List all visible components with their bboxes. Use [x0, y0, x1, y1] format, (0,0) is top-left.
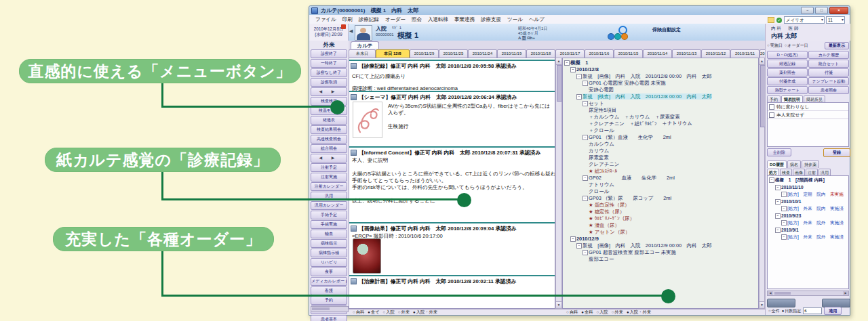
maximize-button[interactable]: □ [815, 7, 828, 14]
history-tree-item[interactable]: [処方] 外来 院外 実施済 [768, 234, 848, 241]
alert-flag-icon[interactable] [341, 24, 346, 29]
quick-action-button[interactable]: 患者照会 [808, 86, 849, 94]
radio-exec-date[interactable]: 実施日 [767, 43, 783, 49]
status-dot-orange-icon[interactable] [621, 33, 628, 40]
scroll-down-icon[interactable]: ▼ [556, 301, 561, 308]
register-button[interactable]: 登録 [823, 148, 850, 157]
quick-action-button[interactable]: 薬剤照会 [767, 68, 808, 77]
close-button[interactable]: × [829, 7, 848, 14]
checkbox-icon[interactable] [769, 112, 774, 118]
date-tab[interactable]: 2010/11/15 [614, 49, 643, 58]
history-tab[interactable]: 持参薬 [802, 160, 819, 168]
check-icon[interactable]: ✓ [776, 18, 782, 23]
collapse-banner-icon[interactable]: ◀ [349, 28, 353, 34]
order-tree-item[interactable]: クロール [563, 188, 758, 195]
date-tab[interactable]: 2010/11/16 [585, 49, 614, 58]
scroll-left-icon[interactable]: ◀ [768, 291, 773, 295]
font-select[interactable]: メイリオ [784, 16, 825, 24]
scroll-up-icon[interactable]: ▲ [760, 58, 764, 65]
order-tree-item[interactable]: GP03 （緊）尿 尿コップ 2ml [563, 195, 758, 202]
order-tree-item[interactable]: 2010/12/9 [563, 236, 758, 242]
tree-node-icon[interactable] [576, 242, 583, 249]
tree-node-icon[interactable] [781, 234, 787, 241]
menu-item[interactable]: 入退転棟 [428, 16, 448, 23]
sidebar-button[interactable]: 輸血 [311, 230, 347, 238]
order-tree-item[interactable]: 尿素窒素 [563, 154, 758, 161]
radio-all-items[interactable]: 全件 [768, 308, 780, 314]
radio-days-limit[interactable]: 日数指定 [782, 308, 802, 314]
scroll-thumb[interactable] [557, 65, 562, 102]
menu-item[interactable]: 印刷 [342, 16, 353, 23]
sidebar-button[interactable]: 注射実施 [311, 173, 347, 181]
radio-inpatient[interactable]: 入院 [596, 309, 608, 316]
apply-button[interactable]: 適用 [824, 307, 842, 315]
history-tree-item[interactable]: 2010/10/1 [768, 198, 848, 206]
date-tab[interactable]: 2010/11/19 [497, 49, 526, 58]
quick-action-button[interactable]: 付箋作成 [767, 77, 808, 85]
checkbox-icon[interactable] [769, 104, 774, 110]
tree-node-icon[interactable] [781, 205, 787, 213]
radio-both[interactable]: 入院・外来 [627, 309, 651, 316]
tree-node-icon[interactable] [775, 184, 781, 192]
date-tab[interactable]: 2010/11/12 [701, 49, 730, 58]
status-dot-teal-icon[interactable] [614, 33, 621, 40]
sidebar-button[interactable]: 手術実施 [311, 220, 347, 229]
sidebar-button[interactable]: 注射カレンダー [311, 182, 347, 191]
order-tree-item[interactable]: GP01 心電図室 安静心電図 未実施 [563, 80, 758, 87]
tree-node-icon[interactable] [576, 93, 583, 100]
sidebar-button[interactable]: リハビリ [311, 258, 347, 267]
radio-order-date[interactable]: オーダー日 [785, 43, 808, 49]
orders-scrollbar[interactable]: ▲ ▼ [759, 58, 765, 309]
quick-action-button[interactable]: カルテ履歴 [808, 51, 849, 59]
quick-action-button[interactable]: 熱型チャート [767, 86, 808, 94]
tree-node-icon[interactable] [775, 198, 781, 206]
history-tree-item[interactable]: 2010/11/10 [768, 184, 848, 192]
note-header[interactable]: 【治療計画】修正可 内科 内科 太郎 2010/12/8 20:02:11 承認… [349, 275, 555, 286]
quick-action-button[interactable]: テンプレート起動 [808, 77, 849, 85]
menu-item[interactable]: 診療記録 [359, 16, 379, 23]
sidebar-button[interactable]: 経過表 [311, 116, 347, 125]
order-tree-item[interactable]: GP01 （緊）血液 生化学 2ml [563, 134, 758, 141]
tree-node-icon[interactable] [583, 80, 589, 87]
sidebar-button[interactable]: 診察取消 [311, 78, 347, 87]
note-header[interactable]: 【診療記録】修正可 内科 内科 太郎 2010/12/8 20:05:58 承認… [349, 60, 555, 70]
order-tree-item[interactable]: クレアチニン [563, 161, 758, 168]
sidebar-button[interactable]: 病棟指示補 [311, 249, 347, 257]
sidebar-button[interactable]: メディカルレポート [311, 277, 347, 286]
order-tree-item[interactable]: ナトリウム [563, 181, 758, 188]
progress-notes-panel[interactable]: 【診療記録】修正可 内科 内科 太郎 2010/12/8 20:05:58 承認… [349, 58, 555, 309]
radio-outpatient[interactable]: 外来 [398, 309, 410, 316]
tree-node-icon[interactable] [781, 191, 787, 198]
order-tree-item[interactable]: 新規 [画像] 内科 入院 2010/12/8 00:00 内科 太郎 [563, 73, 758, 80]
history-hscrollbar[interactable]: ◀ ▶ [767, 291, 849, 296]
tree-node-icon[interactable] [769, 177, 775, 184]
order-tree-item[interactable]: カルシウム [563, 141, 758, 148]
order-tree-item[interactable]: 安静心電図 [563, 87, 758, 93]
quick-action-button[interactable]: 経過記録 [767, 60, 808, 68]
tree-node-icon[interactable] [583, 195, 589, 202]
note-header[interactable]: 【画像結果】修正可 内科 内科 太郎 2010/12/8 20:09:04 承認… [349, 222, 555, 233]
date-tab[interactable]: 2010/11/14 [643, 49, 672, 58]
radio-dept[interactable]: 自科 [566, 309, 578, 316]
tree-node-icon[interactable] [576, 73, 583, 80]
sidebar-button[interactable]: 総合照会 [311, 144, 347, 153]
scroll-down-icon[interactable]: ▼ [760, 301, 764, 308]
radio-dept[interactable]: 自科 [353, 309, 364, 316]
menu-item[interactable]: 照会 [412, 16, 422, 23]
sidebar-button[interactable]: 患者基本 [311, 315, 347, 321]
sidebar-button[interactable]: 手術予定 [311, 211, 347, 219]
date-tab[interactable]: 2010/11/25 [439, 49, 468, 58]
schema-drawing[interactable] [353, 102, 382, 138]
order-tree-item[interactable]: 尿定性5項目 [563, 107, 758, 114]
menu-item[interactable]: ヘルプ [529, 16, 545, 23]
status-dot-blue-icon[interactable] [608, 33, 614, 40]
days-input[interactable] [803, 307, 822, 314]
scroll-up-icon[interactable]: ▲ [556, 58, 561, 65]
sidebar-button[interactable]: 診察終了 [311, 49, 347, 58]
sidebar-button[interactable]: 検査結果照会 [311, 125, 347, 134]
date-tab[interactable]: 2010/11/17 [555, 49, 585, 58]
tree-node-icon[interactable] [583, 175, 589, 181]
order-tree-item[interactable]: 新規 [検査] 内科 入院 2010/12/8 00:00 内科 太郎 [563, 93, 758, 100]
order-tree-item[interactable]: 新規 [画像] 内科 入院 2010/12/9 00:00 内科 太郎 [563, 242, 758, 249]
sidebar-button[interactable]: 病棟指示 [311, 239, 347, 248]
